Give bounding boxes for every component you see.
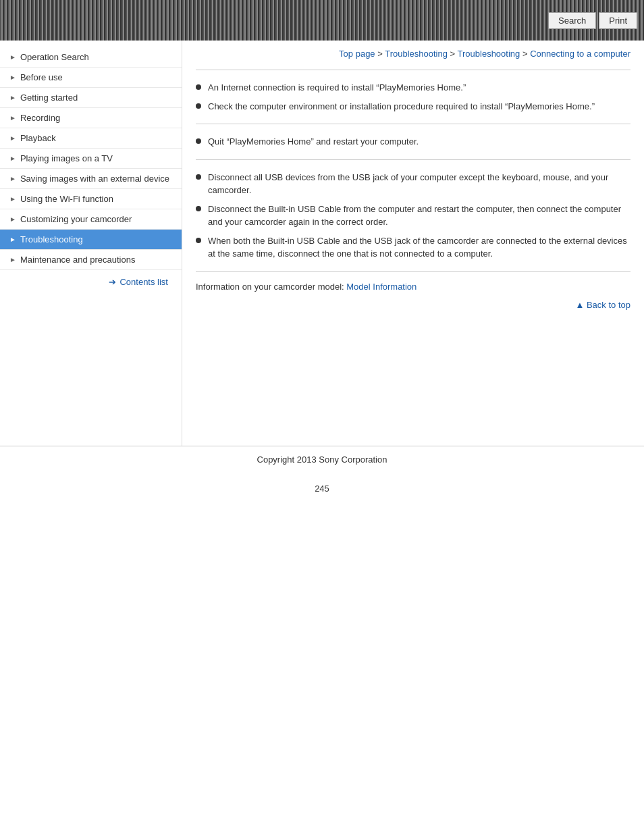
breadcrumb-sep3: > <box>522 49 530 59</box>
list-item: Disconnect all USB devices from the USB … <box>196 171 630 197</box>
arrow-icon: ► <box>9 256 16 263</box>
sidebar-item-saving-images-external[interactable]: ► Saving images with an external device <box>0 169 182 189</box>
model-info-text: Information on your camcorder model: <box>196 282 344 292</box>
sidebar-item-label: Customizing your camcorder <box>20 214 175 224</box>
sidebar-item-label: Before use <box>20 72 175 82</box>
sidebar-item-label: Troubleshooting <box>20 234 175 244</box>
section-section1: An Internet connection is required to in… <box>196 70 630 124</box>
breadcrumb-troubleshooting1[interactable]: Troubleshooting <box>385 49 448 59</box>
sidebar-item-label: Playback <box>20 133 175 143</box>
sidebar-item-getting-started[interactable]: ► Getting started <box>0 88 182 108</box>
sidebar-item-maintenance-precautions[interactable]: ► Maintenance and precautions <box>0 250 182 270</box>
arrow-icon: ► <box>9 114 16 122</box>
bullet-dot <box>196 174 201 180</box>
bullet-list-section3: Disconnect all USB devices from the USB … <box>196 171 630 261</box>
content-area: Top page > Troubleshooting > Troubleshoo… <box>182 41 644 329</box>
breadcrumb-sep2: > <box>450 49 458 59</box>
arrow-right-icon: ➔ <box>109 277 116 287</box>
arrow-icon: ► <box>9 236 16 243</box>
contents-list-link[interactable]: ➔ Contents list <box>0 270 182 294</box>
list-item: When both the Built-in USB Cable and the… <box>196 234 630 261</box>
sidebar-item-label: Getting started <box>20 93 175 103</box>
sidebar-item-troubleshooting[interactable]: ► Troubleshooting <box>0 230 182 250</box>
sidebar-item-label: Operation Search <box>20 52 175 62</box>
list-item: Check the computer environment or instal… <box>196 100 630 113</box>
bullet-text: Disconnect all USB devices from the USB … <box>208 171 630 197</box>
sidebar-item-playback[interactable]: ► Playback <box>0 128 182 149</box>
sidebar-item-using-wifi[interactable]: ► Using the Wi-Fi function <box>0 189 182 209</box>
footer: Copyright 2013 Sony Corporation <box>0 446 644 473</box>
bullet-list-section2: Quit “PlayMemories Home” and restart you… <box>196 135 630 149</box>
section-section2: Quit “PlayMemories Home” and restart you… <box>196 124 630 159</box>
breadcrumb-troubleshooting2[interactable]: Troubleshooting <box>458 49 520 59</box>
arrow-icon: ► <box>9 215 16 223</box>
section-section3: Disconnect all USB devices from the USB … <box>196 159 630 272</box>
sidebar-item-label: Playing images on a TV <box>20 153 175 163</box>
arrow-icon: ► <box>9 195 16 203</box>
bullet-dot <box>196 103 201 109</box>
sidebar-item-operation-search[interactable]: ► Operation Search <box>0 47 182 68</box>
sidebar-item-recording[interactable]: ► Recording <box>0 108 182 128</box>
breadcrumb-top-page[interactable]: Top page <box>339 49 375 59</box>
print-button[interactable]: Print <box>599 12 637 29</box>
list-item: An Internet connection is required to in… <box>196 81 630 95</box>
sidebar: ► Operation Search ► Before use ► Gettin… <box>0 41 182 446</box>
bullet-list-section1: An Internet connection is required to in… <box>196 81 630 113</box>
arrow-icon: ► <box>9 175 16 182</box>
search-button[interactable]: Search <box>548 12 596 29</box>
sidebar-item-label: Recording <box>20 113 175 123</box>
sidebar-item-playing-images-tv[interactable]: ► Playing images on a TV <box>0 149 182 169</box>
arrow-icon: ► <box>9 94 16 101</box>
arrow-icon: ► <box>9 134 16 142</box>
breadcrumb: Top page > Troubleshooting > Troubleshoo… <box>196 41 630 70</box>
sidebar-item-customizing-camcorder[interactable]: ► Customizing your camcorder <box>0 209 182 230</box>
bullet-dot <box>196 206 201 211</box>
bullet-text: An Internet connection is required to in… <box>208 81 466 95</box>
triangle-icon: ▲ <box>575 300 584 310</box>
page-number: 245 <box>0 473 644 504</box>
model-info-line: Information on your camcorder model: Mod… <box>196 272 630 297</box>
list-item: Disconnect the Built-in USB Cable from t… <box>196 203 630 229</box>
main-layout: ► Operation Search ► Before use ► Gettin… <box>0 41 644 446</box>
sidebar-item-label: Maintenance and precautions <box>20 255 175 265</box>
arrow-icon: ► <box>9 155 16 162</box>
bullet-text: Check the computer environment or instal… <box>208 100 595 113</box>
sidebar-item-label: Saving images with an external device <box>20 174 175 184</box>
bullet-text: When both the Built-in USB Cable and the… <box>208 234 630 261</box>
header-buttons: Search Print <box>548 12 637 29</box>
bullet-text: Quit “PlayMemories Home” and restart you… <box>208 135 419 149</box>
sidebar-item-before-use[interactable]: ► Before use <box>0 68 182 88</box>
contents-list-label: Contents list <box>119 277 168 287</box>
breadcrumb-connecting[interactable]: Connecting to a computer <box>530 49 630 59</box>
arrow-icon: ► <box>9 53 16 61</box>
header: Search Print <box>0 0 644 41</box>
list-item: Quit “PlayMemories Home” and restart you… <box>196 135 630 149</box>
arrow-icon: ► <box>9 74 16 81</box>
breadcrumb-sep1: > <box>377 49 385 59</box>
bullet-dot <box>196 138 201 144</box>
bullet-dot <box>196 238 201 243</box>
back-to-top-label: Back to top <box>587 300 630 310</box>
bullet-dot <box>196 84 201 90</box>
model-information-link[interactable]: Model Information <box>346 282 417 292</box>
copyright-text: Copyright 2013 Sony Corporation <box>257 454 387 465</box>
sidebar-item-label: Using the Wi-Fi function <box>20 194 175 204</box>
bullet-text: Disconnect the Built-in USB Cable from t… <box>208 203 630 229</box>
back-to-top[interactable]: ▲ Back to top <box>196 297 630 315</box>
